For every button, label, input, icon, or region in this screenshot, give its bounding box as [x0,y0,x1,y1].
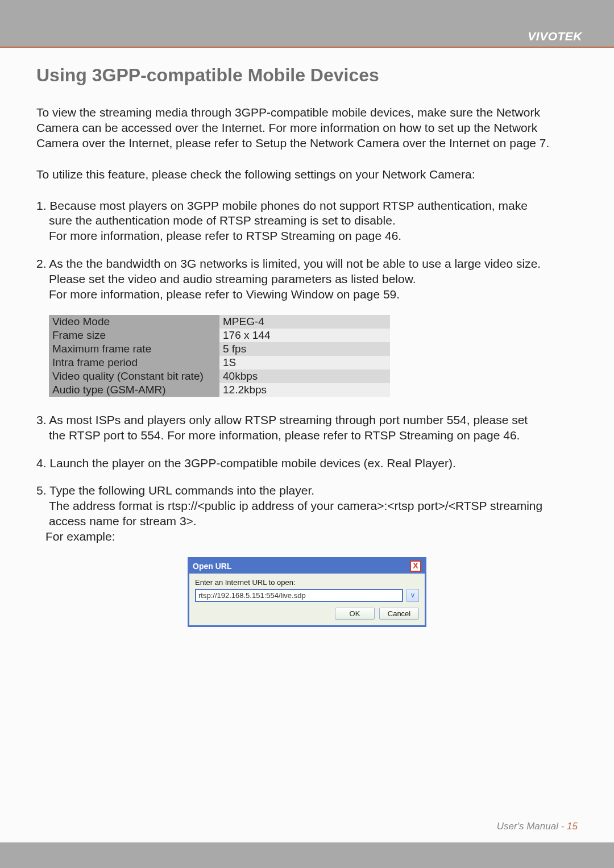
list-text: 1. Because most players on 3GPP mobile p… [36,199,528,212]
list-text: For more information, please refer to RT… [36,229,578,244]
list-text: 5. Type the following URL commands into … [36,484,314,497]
table-row: Intra frame period1S [49,356,390,369]
open-url-dialog: Open URL X Enter an Internet URL to open… [188,557,426,627]
dialog-title-text: Open URL [193,562,231,571]
document-page: Using 3GPP-compatible Mobile Devices To … [0,47,614,842]
list-text: The address format is rtsp://<public ip … [36,499,578,514]
list-text: 3. As most ISPs and players only allow R… [36,413,528,426]
brand-header: VIVOTEK [528,30,582,43]
page-heading: Using 3GPP-compatible Mobile Devices [36,65,578,86]
list-item: 2. As the the bandwidth on 3G networks i… [36,256,578,302]
page-footer: User's Manual - 15 [497,821,578,832]
param-label: Frame size [49,329,219,342]
table-row: Audio type (GSM-AMR)12.2kbps [49,383,390,397]
param-label: Video quality (Constant bit rate) [49,369,219,383]
list-item: 3. As most ISPs and players only allow R… [36,413,578,443]
page-number: 15 [567,821,578,832]
parameters-table: Video ModeMPEG-4 Frame size176 x 144 Max… [49,315,390,397]
param-label: Video Mode [49,315,219,329]
param-value: MPEG-4 [219,315,390,329]
dialog-button-row: OK Cancel [195,608,419,620]
chevron-down-icon[interactable]: v [406,589,419,602]
url-input[interactable]: rtsp://192.168.5.151:554/live.sdp [195,589,403,602]
list-item: 5. Type the following URL commands into … [36,483,578,545]
table-row: Video quality (Constant bit rate)40kbps [49,369,390,383]
param-value: 5 fps [219,342,390,356]
dialog-field-label: Enter an Internet URL to open: [195,578,419,587]
list-text: sure the authentication mode of RTSP str… [36,213,578,229]
intro-paragraph: To view the streaming media through 3GPP… [36,105,578,151]
list-text: 2. As the the bandwidth on 3G networks i… [36,257,541,270]
list-text: 4. Launch the player on the 3GPP-compati… [36,456,456,470]
param-label: Audio type (GSM-AMR) [49,383,219,397]
table-row: Frame size176 x 144 [49,329,390,342]
table-row: Maximum frame rate5 fps [49,342,390,356]
list-item: 1. Because most players on 3GPP mobile p… [36,198,578,244]
list-text: For more information, please refer to Vi… [36,287,578,302]
dialog-body: Enter an Internet URL to open: rtsp://19… [189,574,425,625]
param-label: Intra frame period [49,356,219,369]
param-value: 40kbps [219,369,390,383]
table-row: Video ModeMPEG-4 [49,315,390,329]
cancel-button[interactable]: Cancel [379,608,419,620]
close-icon[interactable]: X [410,560,421,572]
list-text: For example: [36,529,578,545]
footer-text: User's Manual - [497,821,567,832]
lead-paragraph: To utilize this feature, please check th… [36,167,578,182]
param-value: 1S [219,356,390,369]
list-text: Please set the video and audio streaming… [36,272,578,287]
dialog-titlebar: Open URL X [189,559,425,574]
dialog-wrapper: Open URL X Enter an Internet URL to open… [36,557,578,627]
url-input-row: rtsp://192.168.5.151:554/live.sdp v [195,589,419,602]
list-item: 4. Launch the player on the 3GPP-compati… [36,456,578,471]
param-label: Maximum frame rate [49,342,219,356]
list-text: the RTSP port to 554. For more informati… [36,428,578,443]
list-text: access name for stream 3>. [36,514,578,529]
param-value: 176 x 144 [219,329,390,342]
param-value: 12.2kbps [219,383,390,397]
ok-button[interactable]: OK [335,608,375,620]
